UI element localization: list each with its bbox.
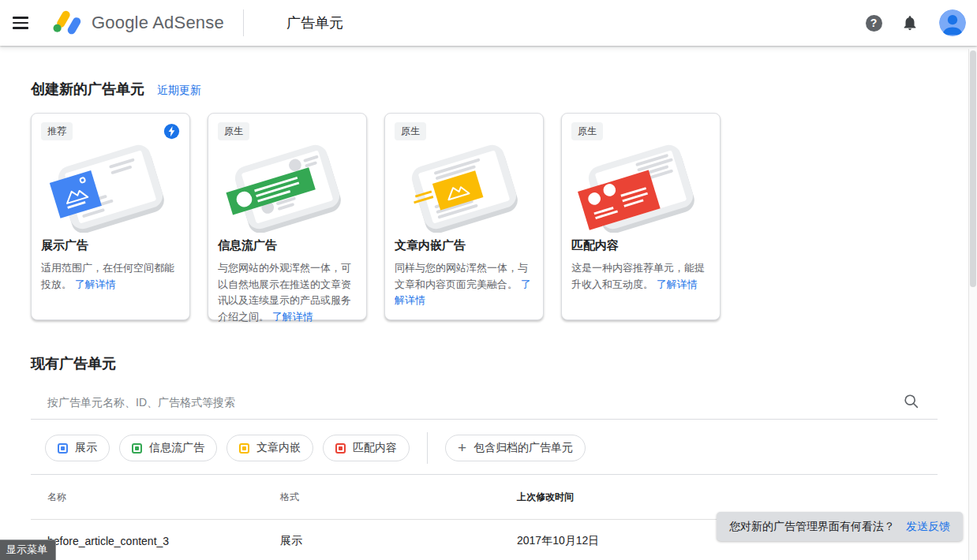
card-display-ads[interactable]: 推荐 [31, 113, 190, 320]
card-title: 文章内嵌广告 [395, 238, 533, 253]
column-header-last-modified[interactable]: 上次修改时间 [517, 491, 938, 504]
filter-chips-row: 展示 信息流广告 文章内嵌 匹配内容 + 包含归档的广告单元 [31, 420, 938, 475]
learn-more-link[interactable]: 了解详情 [657, 278, 698, 290]
filter-chip-infeed[interactable]: 信息流广告 [119, 435, 217, 461]
adsense-logo-icon [49, 7, 84, 39]
column-header-format[interactable]: 格式 [280, 491, 517, 504]
chips-divider [427, 432, 428, 464]
notifications-icon[interactable] [900, 13, 920, 33]
filter-chip-matched[interactable]: 匹配内容 [323, 435, 410, 461]
display-ad-illustration [41, 140, 180, 233]
include-archived-chip[interactable]: + 包含归档的广告单元 [445, 435, 586, 461]
feedback-question: 您对新的广告管理界面有何看法？ [729, 520, 895, 534]
filter-chip-display[interactable]: 展示 [45, 435, 110, 461]
ad-unit-format: 展示 [280, 534, 517, 548]
card-title: 匹配内容 [571, 238, 710, 253]
status-tooltip: 显示菜单 [0, 539, 56, 560]
scrollbar-thumb[interactable] [970, 50, 976, 287]
search-input[interactable] [31, 385, 938, 419]
bolt-icon [163, 123, 180, 140]
card-description: 同样与您的网站浑然一体，与文章和内容页面完美融合。 [395, 262, 528, 290]
search-icon[interactable] [903, 393, 920, 410]
card-title: 信息流广告 [218, 238, 357, 253]
card-infeed-ads[interactable]: 原生 [208, 113, 367, 320]
user-avatar[interactable] [939, 9, 966, 36]
card-matched-content[interactable]: 原生 [561, 113, 721, 320]
card-badge: 原生 [395, 122, 426, 140]
inarticle-ad-illustration [395, 140, 533, 233]
recent-updates-link[interactable]: 近期更新 [157, 84, 201, 98]
matched-content-illustration [571, 140, 710, 233]
column-header-name[interactable]: 名称 [47, 491, 280, 504]
vertical-scrollbar[interactable] [968, 49, 977, 560]
card-badge: 原生 [571, 122, 603, 140]
infeed-format-icon [132, 443, 142, 454]
ad-unit-name: before_article_content_3 [47, 535, 280, 547]
main-content: 创建新的广告单元 近期更新 推荐 [31, 80, 938, 560]
matched-format-icon [335, 443, 346, 454]
learn-more-link[interactable]: 了解详情 [75, 278, 116, 290]
adsense-logo[interactable]: Google AdSense [49, 7, 224, 39]
inarticle-format-icon [239, 443, 249, 454]
create-section-title: 创建新的广告单元 [31, 80, 144, 99]
header-divider [243, 9, 244, 36]
filter-chip-inarticle[interactable]: 文章内嵌 [226, 435, 313, 461]
ad-type-cards: 推荐 [31, 113, 938, 320]
brand-name: Google AdSense [92, 13, 224, 33]
menu-icon[interactable] [13, 13, 32, 32]
send-feedback-link[interactable]: 发送反馈 [906, 520, 950, 534]
infeed-ad-illustration [218, 140, 357, 233]
plus-icon: + [458, 440, 466, 455]
page-title: 广告单元 [286, 13, 343, 32]
card-inarticle-ads[interactable]: 原生 [384, 113, 544, 320]
help-icon[interactable]: ? [863, 13, 884, 33]
card-title: 展示广告 [41, 238, 180, 253]
learn-more-link[interactable]: 了解详情 [272, 311, 313, 323]
feedback-toast: 您对新的广告管理界面有何看法？ 发送反馈 [717, 512, 963, 541]
card-badge: 推荐 [41, 122, 73, 140]
card-badge: 原生 [218, 122, 249, 140]
existing-section-title: 现有广告单元 [31, 354, 116, 373]
display-format-icon [58, 443, 68, 454]
top-app-bar: Google AdSense 广告单元 ? [0, 0, 977, 46]
search-bar [31, 385, 938, 420]
